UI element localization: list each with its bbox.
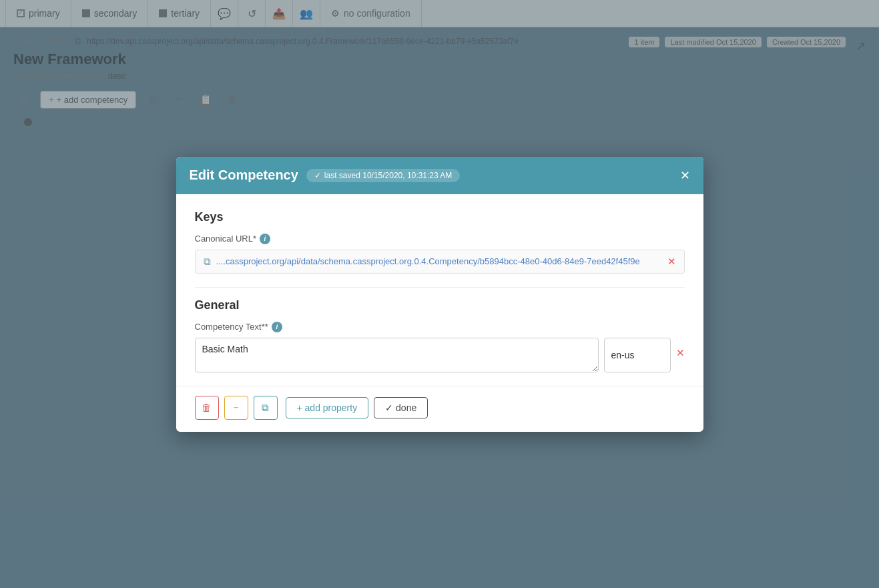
url-copy-icon[interactable]: ⧉ <box>204 256 211 268</box>
text-clear-icon[interactable]: ✕ <box>676 347 685 359</box>
modal-close-button[interactable]: ✕ <box>680 170 690 182</box>
modal-footer: 🗑 － ⧉ + add property ✓ done <box>176 386 703 432</box>
done-button[interactable]: ✓ done <box>374 397 428 418</box>
competency-text-row: Basic Math ✕ <box>195 338 685 372</box>
competency-text-field-label: Competency Text** i <box>195 322 685 332</box>
modal-title: Edit Competency <box>190 168 298 183</box>
canonical-url-field-row: ⧉ ....cassproject.org/api/data/schema.ca… <box>195 250 685 274</box>
keys-section-title: Keys <box>195 210 685 224</box>
copy-button[interactable]: ⧉ <box>254 396 278 420</box>
modal-title-row: Edit Competency ✓ last saved 10/15/2020,… <box>190 168 461 183</box>
add-property-label: + add property <box>297 402 358 413</box>
delete-button[interactable]: 🗑 <box>195 396 219 420</box>
url-clear-icon[interactable]: ✕ <box>667 256 676 268</box>
modal-header: Edit Competency ✓ last saved 10/15/2020,… <box>176 157 703 194</box>
language-input[interactable] <box>604 338 671 372</box>
modal-overlay: Edit Competency ✓ last saved 10/15/2020,… <box>0 0 879 588</box>
save-badge-text: last saved 10/15/2020, 10:31:23 AM <box>324 171 452 180</box>
competency-text-input[interactable]: Basic Math <box>195 338 599 372</box>
competency-text-info-icon[interactable]: i <box>272 322 282 332</box>
check-icon: ✓ <box>314 171 321 180</box>
minus-button[interactable]: － <box>224 396 248 420</box>
done-label: ✓ done <box>385 402 416 413</box>
add-property-button[interactable]: + add property <box>286 397 369 418</box>
section-divider <box>195 287 685 288</box>
modal-body: Keys Canonical URL* i ⧉ ....cassproject.… <box>176 194 703 386</box>
edit-competency-modal: Edit Competency ✓ last saved 10/15/2020,… <box>176 157 703 432</box>
canonical-url-field-label: Canonical URL* i <box>195 234 685 244</box>
canonical-url-display: ....cassproject.org/api/data/schema.cass… <box>216 256 662 266</box>
canonical-url-info-icon[interactable]: i <box>260 234 270 244</box>
modal-save-badge: ✓ last saved 10/15/2020, 10:31:23 AM <box>306 169 460 182</box>
general-section-title: General <box>195 298 685 312</box>
